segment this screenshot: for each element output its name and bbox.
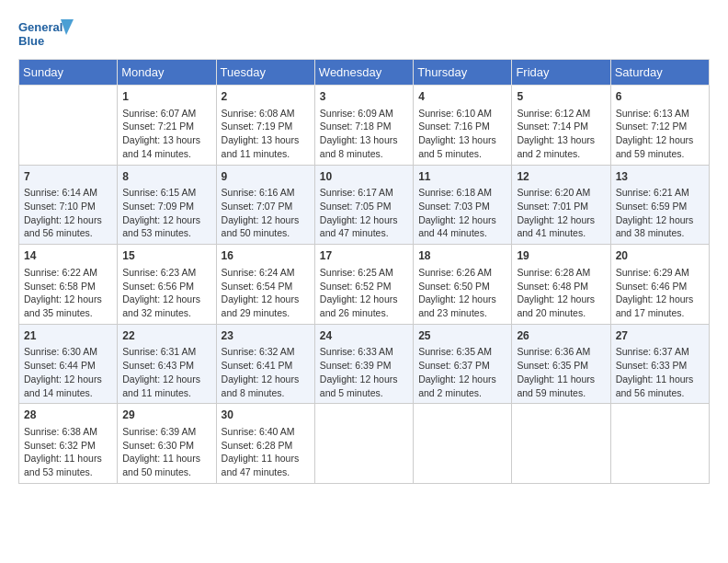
day-number: 14 <box>24 248 112 264</box>
day-number: 7 <box>24 169 112 185</box>
day-number: 2 <box>222 89 310 105</box>
calendar-cell: 6Sunrise: 6:13 AM Sunset: 7:12 PM Daylig… <box>610 86 709 166</box>
day-number: 23 <box>222 328 310 344</box>
calendar-cell: 28Sunrise: 6:38 AM Sunset: 6:32 PM Dayli… <box>19 404 118 484</box>
day-number: 21 <box>24 328 112 344</box>
header-day-sunday: Sunday <box>19 60 118 86</box>
day-number: 27 <box>616 328 704 344</box>
header-day-tuesday: Tuesday <box>216 60 314 86</box>
calendar-cell: 13Sunrise: 6:21 AM Sunset: 6:59 PM Dayli… <box>610 165 709 245</box>
day-info: Sunrise: 6:30 AM Sunset: 6:44 PM Dayligh… <box>24 345 112 399</box>
day-number: 30 <box>222 408 310 423</box>
calendar-cell: 30Sunrise: 6:40 AM Sunset: 6:28 PM Dayli… <box>216 404 314 484</box>
day-number: 25 <box>418 328 506 344</box>
calendar-cell: 26Sunrise: 6:36 AM Sunset: 6:35 PM Dayli… <box>512 324 610 404</box>
day-number: 13 <box>616 169 704 185</box>
logo-svg: GeneralBlue <box>18 15 74 52</box>
calendar-cell: 1Sunrise: 6:07 AM Sunset: 7:21 PM Daylig… <box>118 86 216 166</box>
day-number: 5 <box>517 89 605 105</box>
header-day-wednesday: Wednesday <box>314 60 413 86</box>
day-info: Sunrise: 6:33 AM Sunset: 6:39 PM Dayligh… <box>320 345 408 399</box>
day-number: 8 <box>122 169 210 185</box>
calendar-cell <box>314 404 413 484</box>
calendar-cell: 7Sunrise: 6:14 AM Sunset: 7:10 PM Daylig… <box>19 165 118 245</box>
day-number: 12 <box>517 169 605 185</box>
day-info: Sunrise: 6:20 AM Sunset: 7:01 PM Dayligh… <box>517 186 605 240</box>
day-info: Sunrise: 6:26 AM Sunset: 6:50 PM Dayligh… <box>418 266 506 320</box>
calendar-cell: 2Sunrise: 6:08 AM Sunset: 7:19 PM Daylig… <box>216 86 314 166</box>
day-number: 28 <box>24 408 112 423</box>
day-number: 15 <box>122 248 210 264</box>
calendar-cell: 5Sunrise: 6:12 AM Sunset: 7:14 PM Daylig… <box>512 86 610 166</box>
header-day-thursday: Thursday <box>414 60 512 86</box>
week-row-5: 28Sunrise: 6:38 AM Sunset: 6:32 PM Dayli… <box>19 404 710 484</box>
calendar-cell: 16Sunrise: 6:24 AM Sunset: 6:54 PM Dayli… <box>216 245 314 325</box>
day-number: 6 <box>616 89 704 105</box>
day-info: Sunrise: 6:17 AM Sunset: 7:05 PM Dayligh… <box>320 186 408 240</box>
day-number: 22 <box>122 328 210 344</box>
calendar-cell: 11Sunrise: 6:18 AM Sunset: 7:03 PM Dayli… <box>414 165 512 245</box>
logo: GeneralBlue <box>18 15 74 52</box>
week-row-3: 14Sunrise: 6:22 AM Sunset: 6:58 PM Dayli… <box>19 245 710 325</box>
day-info: Sunrise: 6:36 AM Sunset: 6:35 PM Dayligh… <box>517 345 605 399</box>
day-info: Sunrise: 6:29 AM Sunset: 6:46 PM Dayligh… <box>616 266 704 320</box>
day-number: 17 <box>320 248 408 264</box>
svg-text:Blue: Blue <box>18 34 44 48</box>
day-info: Sunrise: 6:08 AM Sunset: 7:19 PM Dayligh… <box>222 107 310 161</box>
day-info: Sunrise: 6:23 AM Sunset: 6:56 PM Dayligh… <box>122 266 210 320</box>
calendar-cell: 9Sunrise: 6:16 AM Sunset: 7:07 PM Daylig… <box>216 165 314 245</box>
calendar-cell: 14Sunrise: 6:22 AM Sunset: 6:58 PM Dayli… <box>19 245 118 325</box>
day-info: Sunrise: 6:37 AM Sunset: 6:33 PM Dayligh… <box>616 345 704 399</box>
calendar-cell: 3Sunrise: 6:09 AM Sunset: 7:18 PM Daylig… <box>314 86 413 166</box>
calendar-cell: 27Sunrise: 6:37 AM Sunset: 6:33 PM Dayli… <box>610 324 709 404</box>
calendar-cell: 21Sunrise: 6:30 AM Sunset: 6:44 PM Dayli… <box>19 324 118 404</box>
calendar-cell: 20Sunrise: 6:29 AM Sunset: 6:46 PM Dayli… <box>610 245 709 325</box>
header-day-monday: Monday <box>118 60 216 86</box>
day-info: Sunrise: 6:09 AM Sunset: 7:18 PM Dayligh… <box>320 107 408 161</box>
day-info: Sunrise: 6:31 AM Sunset: 6:43 PM Dayligh… <box>122 345 210 399</box>
day-info: Sunrise: 6:38 AM Sunset: 6:32 PM Dayligh… <box>24 425 112 479</box>
calendar-cell <box>414 404 512 484</box>
day-info: Sunrise: 6:28 AM Sunset: 6:48 PM Dayligh… <box>517 266 605 320</box>
day-number: 19 <box>517 248 605 264</box>
day-info: Sunrise: 6:32 AM Sunset: 6:41 PM Dayligh… <box>222 345 310 399</box>
calendar-cell <box>512 404 610 484</box>
calendar-cell: 25Sunrise: 6:35 AM Sunset: 6:37 PM Dayli… <box>414 324 512 404</box>
day-number: 9 <box>222 169 310 185</box>
calendar-cell: 15Sunrise: 6:23 AM Sunset: 6:56 PM Dayli… <box>118 245 216 325</box>
day-number: 3 <box>320 89 408 105</box>
calendar-cell: 12Sunrise: 6:20 AM Sunset: 7:01 PM Dayli… <box>512 165 610 245</box>
day-info: Sunrise: 6:07 AM Sunset: 7:21 PM Dayligh… <box>122 107 210 161</box>
calendar-cell: 23Sunrise: 6:32 AM Sunset: 6:41 PM Dayli… <box>216 324 314 404</box>
calendar-body: 1Sunrise: 6:07 AM Sunset: 7:21 PM Daylig… <box>19 86 710 484</box>
day-info: Sunrise: 6:14 AM Sunset: 7:10 PM Dayligh… <box>24 186 112 240</box>
day-number: 11 <box>418 169 506 185</box>
svg-text:General: General <box>18 20 63 34</box>
day-number: 10 <box>320 169 408 185</box>
calendar-cell: 8Sunrise: 6:15 AM Sunset: 7:09 PM Daylig… <box>118 165 216 245</box>
day-number: 20 <box>616 248 704 264</box>
header-day-friday: Friday <box>512 60 610 86</box>
calendar-cell: 24Sunrise: 6:33 AM Sunset: 6:39 PM Dayli… <box>314 324 413 404</box>
calendar-cell <box>19 86 118 166</box>
day-info: Sunrise: 6:16 AM Sunset: 7:07 PM Dayligh… <box>222 186 310 240</box>
header: GeneralBlue <box>18 15 710 52</box>
day-info: Sunrise: 6:18 AM Sunset: 7:03 PM Dayligh… <box>418 186 506 240</box>
calendar-cell: 10Sunrise: 6:17 AM Sunset: 7:05 PM Dayli… <box>314 165 413 245</box>
day-info: Sunrise: 6:12 AM Sunset: 7:14 PM Dayligh… <box>517 107 605 161</box>
header-day-saturday: Saturday <box>610 60 709 86</box>
calendar-header: SundayMondayTuesdayWednesdayThursdayFrid… <box>19 60 710 86</box>
day-info: Sunrise: 6:10 AM Sunset: 7:16 PM Dayligh… <box>418 107 506 161</box>
calendar-cell <box>610 404 709 484</box>
day-number: 4 <box>418 89 506 105</box>
day-number: 16 <box>222 248 310 264</box>
day-info: Sunrise: 6:21 AM Sunset: 6:59 PM Dayligh… <box>616 186 704 240</box>
day-info: Sunrise: 6:13 AM Sunset: 7:12 PM Dayligh… <box>616 107 704 161</box>
day-info: Sunrise: 6:25 AM Sunset: 6:52 PM Dayligh… <box>320 266 408 320</box>
day-info: Sunrise: 6:40 AM Sunset: 6:28 PM Dayligh… <box>222 425 310 479</box>
day-number: 24 <box>320 328 408 344</box>
calendar-cell: 18Sunrise: 6:26 AM Sunset: 6:50 PM Dayli… <box>414 245 512 325</box>
calendar-table: SundayMondayTuesdayWednesdayThursdayFrid… <box>18 59 710 484</box>
calendar-cell: 22Sunrise: 6:31 AM Sunset: 6:43 PM Dayli… <box>118 324 216 404</box>
day-info: Sunrise: 6:35 AM Sunset: 6:37 PM Dayligh… <box>418 345 506 399</box>
